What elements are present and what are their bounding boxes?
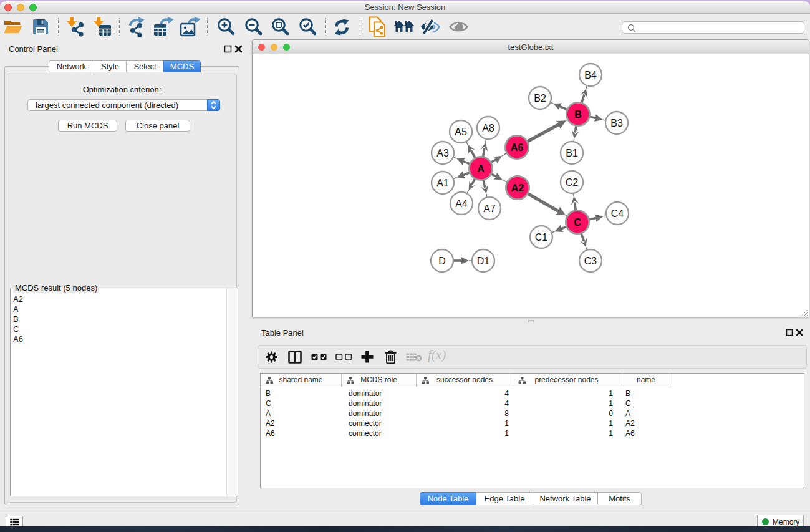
svg-text:A4: A4 — [455, 198, 468, 209]
svg-text:C3: C3 — [584, 256, 597, 266]
svg-text:A1: A1 — [436, 178, 449, 188]
svg-text:A7: A7 — [483, 203, 496, 214]
svg-text:A3: A3 — [436, 148, 449, 158]
svg-text:C2: C2 — [566, 177, 579, 188]
svg-text:C1: C1 — [535, 232, 548, 243]
svg-text:A6: A6 — [511, 142, 524, 153]
svg-text:B: B — [574, 109, 582, 120]
svg-text:A8: A8 — [482, 123, 494, 133]
svg-text:D1: D1 — [477, 256, 490, 266]
svg-text:C: C — [574, 217, 581, 228]
svg-text:B3: B3 — [610, 118, 623, 128]
svg-text:C4: C4 — [611, 208, 624, 219]
svg-text:B4: B4 — [584, 70, 597, 80]
svg-text:D: D — [438, 256, 446, 266]
svg-text:A2: A2 — [511, 183, 524, 193]
svg-text:A5: A5 — [455, 127, 467, 137]
svg-text:B1: B1 — [566, 148, 578, 158]
svg-text:A: A — [477, 163, 485, 174]
svg-text:B2: B2 — [534, 93, 546, 104]
